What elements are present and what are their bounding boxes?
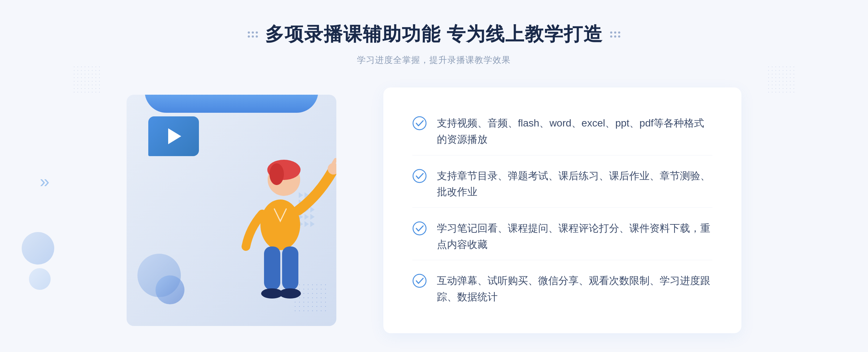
- semi-circle-top: [145, 95, 318, 113]
- page-subtitle: 学习进度全掌握，提升录播课教学效果: [248, 54, 620, 66]
- play-triangle-icon: [168, 128, 181, 144]
- page-container: » 多项录播课辅助功能 专为线上教学打造 学习进度全掌握，提升录播课教学效果: [0, 0, 868, 352]
- illustration-bg: [127, 95, 336, 326]
- features-panel: 支持视频、音频、flash、word、excel、ppt、pdf等各种格式的资源…: [383, 87, 741, 333]
- chevron-icon-1: »: [40, 171, 50, 191]
- illustration-area: [127, 87, 373, 333]
- deco-circle-large: [22, 232, 54, 265]
- check-icon-2: [412, 169, 427, 183]
- header-section: 多项录播课辅助功能 专为线上教学打造 学习进度全掌握，提升录播课教学效果: [248, 22, 620, 66]
- title-row: 多项录播课辅助功能 专为线上教学打造: [248, 22, 620, 47]
- decorative-dots-right: [767, 65, 796, 94]
- person-illustration: [221, 116, 336, 326]
- feature-item-2: 支持章节目录、弹题考试、课后练习、课后作业、章节测验、批改作业: [412, 161, 712, 208]
- feature-item-1: 支持视频、音频、flash、word、excel、ppt、pdf等各种格式的资源…: [412, 108, 712, 155]
- svg-point-13: [413, 274, 426, 287]
- feature-item-4: 互动弹幕、试听购买、微信分享、观看次数限制、学习进度跟踪、数据统计: [412, 266, 712, 313]
- check-icon-3: [412, 221, 427, 236]
- illus-circle-2: [156, 275, 184, 304]
- content-area: 支持视频、音频、flash、word、excel、ppt、pdf等各种格式的资源…: [127, 87, 741, 333]
- feature-text-1: 支持视频、音频、flash、word、excel、ppt、pdf等各种格式的资源…: [437, 115, 712, 148]
- svg-point-8: [279, 288, 301, 299]
- feature-text-4: 互动弹幕、试听购买、微信分享、观看次数限制、学习进度跟踪、数据统计: [437, 273, 712, 305]
- check-icon-4: [412, 274, 427, 288]
- svg-point-11: [413, 169, 426, 183]
- deco-circle-small: [29, 268, 51, 290]
- decorative-dots-left: [72, 65, 101, 94]
- svg-line-9: [333, 160, 336, 163]
- check-icon-1: [412, 116, 427, 130]
- page-title: 多项录播课辅助功能 专为线上教学打造: [265, 22, 603, 47]
- decorative-circles: [22, 232, 54, 290]
- title-dots-right: [610, 31, 620, 38]
- chevron-decoration: »: [40, 171, 50, 191]
- feature-text-3: 学习笔记回看、课程提问、课程评论打分、课件资料下载，重点内容收藏: [437, 220, 712, 253]
- svg-point-10: [413, 117, 426, 130]
- svg-point-12: [413, 222, 426, 235]
- svg-rect-5: [264, 246, 280, 290]
- feature-text-2: 支持章节目录、弹题考试、课后练习、课后作业、章节测验、批改作业: [437, 168, 712, 201]
- feature-item-3: 学习笔记回看、课程提问、课程评论打分、课件资料下载，重点内容收藏: [412, 213, 712, 261]
- play-bubble: [148, 116, 199, 156]
- svg-point-3: [269, 163, 284, 185]
- svg-point-0: [260, 199, 300, 250]
- svg-rect-6: [282, 246, 298, 290]
- title-dots-left: [248, 31, 258, 38]
